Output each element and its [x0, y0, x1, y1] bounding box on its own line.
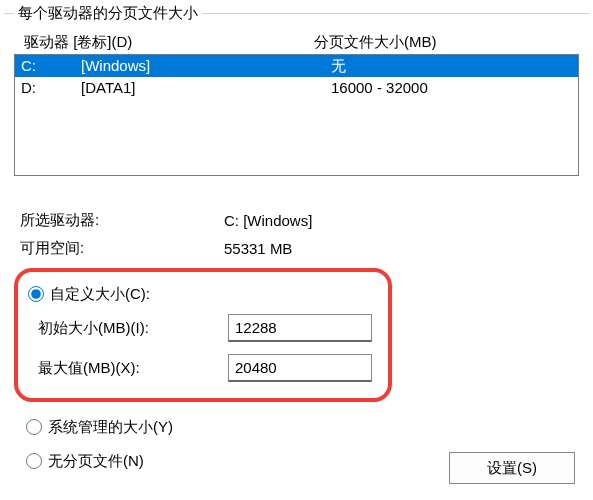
drive-info: 所选驱动器: C: [Windows] 可用空间: 55331 MB	[14, 206, 579, 262]
maximum-size-input[interactable]	[228, 354, 372, 382]
drive-row-d[interactable]: D: [DATA1] 16000 - 32000	[15, 77, 578, 99]
paging-file-group: 每个驱动器的分页文件大小 驱动器 [卷标](D) 分页文件大小(MB) C: […	[4, 4, 589, 490]
initial-size-label: 初始大小(MB)(I):	[28, 319, 228, 338]
no-paging-radio[interactable]	[26, 453, 42, 469]
free-space-value: 55331 MB	[224, 240, 579, 257]
custom-size-radio[interactable]	[28, 286, 44, 302]
drive-size: 无	[331, 55, 572, 77]
maximum-size-label: 最大值(MB)(X):	[28, 359, 228, 378]
free-space-label: 可用空间:	[14, 239, 224, 258]
selected-drive-label: 所选驱动器:	[14, 211, 224, 230]
drive-row-c[interactable]: C: [Windows] 无	[15, 55, 578, 77]
header-drive: 驱动器 [卷标](D)	[24, 33, 314, 52]
no-paging-label: 无分页文件(N)	[48, 452, 144, 471]
custom-size-label: 自定义大小(C):	[50, 285, 150, 304]
system-managed-label: 系统管理的大小(Y)	[48, 418, 173, 437]
drive-list[interactable]: C: [Windows] 无 D: [DATA1] 16000 - 32000	[14, 54, 579, 176]
drive-list-header: 驱动器 [卷标](D) 分页文件大小(MB)	[14, 31, 579, 54]
drive-letter: C:	[21, 55, 81, 77]
selected-drive-value: C: [Windows]	[224, 212, 579, 229]
header-size: 分页文件大小(MB)	[314, 33, 437, 52]
drive-size: 16000 - 32000	[331, 77, 572, 99]
system-managed-radio[interactable]	[26, 419, 42, 435]
drive-label: [Windows]	[81, 55, 331, 77]
set-button[interactable]: 设置(S)	[449, 452, 575, 484]
initial-size-input[interactable]	[228, 314, 372, 342]
drive-label: [DATA1]	[81, 77, 331, 99]
group-title: 每个驱动器的分页文件大小	[14, 4, 202, 23]
drive-letter: D:	[21, 77, 81, 99]
custom-size-highlight: 自定义大小(C): 初始大小(MB)(I): 最大值(MB)(X):	[14, 268, 392, 402]
